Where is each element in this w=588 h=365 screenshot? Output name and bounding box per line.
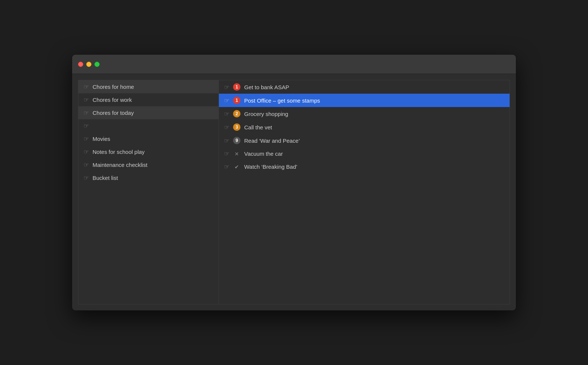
main-item-label: Call the vet — [244, 124, 272, 130]
main-item-label: Get to bank ASAP — [244, 84, 289, 90]
maximize-button[interactable] — [94, 62, 100, 67]
main-item-war-peace[interactable]: ☞9Read ‘War and Peace’ — [219, 134, 510, 147]
eye-icon: ☞ — [84, 96, 89, 103]
eye-icon: ☞ — [84, 174, 89, 181]
main-item-post-office[interactable]: ☞1Post Office – get some stamps — [219, 94, 510, 107]
eye-icon: ☞ — [84, 161, 89, 168]
main-item-vacuum[interactable]: ☞✕Vacuum the car — [219, 147, 510, 160]
eye-icon: ☞ — [224, 110, 229, 117]
main-item-bank[interactable]: ☞1Get to bank ASAP — [219, 80, 510, 94]
priority-badge: 3 — [233, 123, 240, 131]
priority-badge: 9 — [233, 137, 240, 144]
sidebar-item-label: Bucket list — [93, 175, 118, 181]
sidebar-item-movies[interactable]: ☞Movies — [78, 132, 219, 145]
eye-icon: ☞ — [84, 135, 89, 142]
cross-icon: ✕ — [233, 151, 240, 157]
sidebar-item-label: Movies — [93, 136, 110, 142]
eye-icon: ☞ — [84, 122, 89, 129]
priority-badge: 1 — [233, 83, 240, 91]
app-window: ☞Chores for home☞Chores for work☞Chores … — [72, 54, 516, 311]
sidebar-item-chores-today[interactable]: ☞Chores for today — [78, 106, 219, 119]
main-item-breaking-bad[interactable]: ☞✔Watch ‘Breaking Bad’ — [219, 160, 510, 173]
sidebar-item-maintenance-checklist[interactable]: ☞Maintenance checklist — [78, 158, 219, 171]
main-item-label: Read ‘War and Peace’ — [244, 138, 300, 144]
main-list: ☞1Get to bank ASAP☞1Post Office – get so… — [219, 80, 510, 304]
sidebar-item-label: Chores for home — [93, 84, 134, 90]
titlebar — [72, 55, 516, 74]
traffic-lights — [78, 62, 100, 67]
main-item-label: Grocery shopping — [244, 111, 288, 117]
sidebar-item-label: Maintenance checklist — [93, 162, 148, 168]
sidebar-item-label: Chores for work — [93, 97, 132, 103]
eye-icon: ☞ — [224, 84, 229, 91]
content-area: ☞Chores for home☞Chores for work☞Chores … — [72, 74, 516, 310]
eye-icon: ☞ — [224, 124, 229, 131]
sidebar-item-label: Notes for school play — [93, 149, 145, 155]
main-item-label: Watch ‘Breaking Bad’ — [244, 164, 297, 170]
sidebar-item-notes-school-play[interactable]: ☞Notes for school play — [78, 145, 219, 158]
minimize-button[interactable] — [86, 62, 91, 67]
priority-badge: 2 — [233, 110, 240, 117]
close-button[interactable] — [78, 62, 83, 67]
main-item-vet[interactable]: ☞3Call the vet — [219, 120, 510, 134]
eye-icon: ☞ — [224, 97, 229, 104]
sidebar-item-label: Chores for today — [93, 110, 134, 116]
eye-icon: ☞ — [84, 109, 89, 116]
main-item-grocery[interactable]: ☞2Grocery shopping — [219, 107, 510, 120]
eye-icon: ☞ — [224, 163, 229, 170]
main-item-label: Vacuum the car — [244, 151, 283, 157]
main-item-label: Post Office – get some stamps — [244, 97, 320, 104]
eye-icon: ☞ — [84, 83, 89, 90]
sidebar-item-bucket-list[interactable]: ☞Bucket list — [78, 171, 219, 184]
eye-icon: ☞ — [224, 150, 229, 157]
eye-icon: ☞ — [224, 137, 229, 144]
check-icon: ✔ — [233, 164, 240, 170]
sidebar-empty-row: ☞ — [78, 119, 219, 132]
sidebar-item-chores-home[interactable]: ☞Chores for home — [78, 80, 219, 93]
sidebar-item-chores-work[interactable]: ☞Chores for work — [78, 93, 219, 106]
priority-badge: 1 — [233, 97, 240, 104]
eye-icon: ☞ — [84, 148, 89, 155]
sidebar: ☞Chores for home☞Chores for work☞Chores … — [78, 80, 219, 304]
